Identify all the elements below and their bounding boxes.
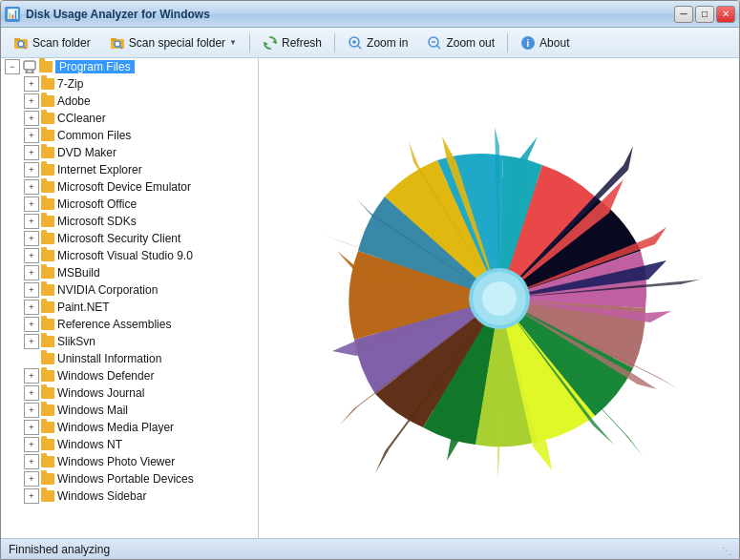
scan-special-icon (110, 35, 125, 51)
folder-icon (41, 95, 54, 107)
list-item[interactable]: + Microsoft Device Emulator (1, 178, 258, 196)
window-controls: ─ □ ✕ (674, 6, 735, 23)
list-item[interactable]: + Windows Mail (1, 402, 258, 419)
expand-btn[interactable]: + (24, 128, 39, 143)
status-bar: Finnished analyzing ⋱ (1, 538, 739, 559)
root-expand-btn[interactable]: − (5, 59, 20, 74)
expand-btn[interactable]: + (24, 93, 39, 109)
expand-btn[interactable]: + (24, 231, 39, 246)
title-bar: 📊 Disk Usage Analyzer for Windows ─ □ ✕ (1, 1, 739, 28)
expand-btn[interactable]: + (24, 179, 39, 195)
list-item[interactable]: + Windows NT (1, 436, 258, 453)
list-item[interactable]: + MSBuild (1, 264, 258, 281)
list-item[interactable]: + Windows Sidebar (1, 487, 258, 505)
expand-btn[interactable]: + (24, 197, 39, 212)
about-button[interactable]: i About (512, 31, 578, 54)
list-item[interactable]: + Microsoft Visual Studio 9.0 (1, 247, 258, 264)
minimize-button[interactable]: ─ (674, 6, 693, 23)
expand-btn[interactable]: + (24, 248, 39, 263)
list-item[interactable]: + Internet Explorer (1, 161, 258, 178)
expand-btn[interactable]: + (24, 282, 39, 298)
item-label: Paint.NET (57, 301, 110, 314)
expand-btn[interactable]: + (24, 162, 39, 177)
folder-icon (41, 422, 54, 433)
maximize-button[interactable]: □ (695, 6, 714, 23)
expand-btn[interactable]: + (24, 368, 39, 384)
toolbar: Scan folder Scan special folder ▼ (1, 28, 739, 58)
list-item[interactable]: + Windows Photo Viewer (1, 453, 258, 470)
svg-marker-8 (272, 40, 276, 44)
svg-point-26 (482, 281, 517, 316)
scan-special-button[interactable]: Scan special folder ▼ (101, 31, 245, 54)
expand-btn[interactable]: + (24, 214, 39, 229)
list-item[interactable]: + Windows Journal (1, 384, 258, 402)
list-item[interactable]: Uninstall Information (1, 350, 258, 367)
list-item[interactable]: + NVIDIA Corporation (1, 281, 258, 299)
expand-btn[interactable]: + (24, 317, 39, 332)
folder-icon (41, 130, 54, 141)
expand-btn[interactable]: + (24, 76, 39, 92)
refresh-button[interactable]: Refresh (254, 31, 330, 54)
list-item[interactable]: + Microsoft Security Client (1, 230, 258, 247)
item-label: Windows Journal (57, 386, 144, 400)
tree-root[interactable]: − Program Files (1, 58, 258, 75)
list-item[interactable]: + Microsoft Office (1, 196, 258, 213)
expand-btn[interactable]: + (24, 145, 39, 160)
expand-btn[interactable]: + (24, 420, 39, 435)
folder-icon (41, 198, 54, 210)
svg-point-2 (18, 41, 24, 47)
svg-text:i: i (527, 38, 530, 49)
list-item[interactable]: + Adobe (1, 93, 258, 110)
folder-icon (41, 267, 54, 279)
windows-media-player-label: Windows Media Player (57, 421, 174, 434)
chart-panel (259, 58, 739, 538)
tree-panel[interactable]: − Program Files + 7-Zip + Adobe + (1, 58, 259, 538)
item-label: Microsoft Device Emulator (57, 180, 191, 194)
zoom-out-button[interactable]: Zoom out (418, 31, 503, 54)
list-item[interactable]: + DVD Maker (1, 144, 258, 161)
item-label: Microsoft Visual Studio 9.0 (57, 249, 193, 262)
folder-icon (41, 404, 54, 416)
expand-btn[interactable]: + (24, 471, 39, 487)
expand-btn[interactable]: + (24, 265, 39, 280)
list-item[interactable]: + Common Files (1, 127, 258, 144)
expand-btn[interactable]: + (24, 437, 39, 452)
expand-btn[interactable]: + (24, 385, 39, 401)
list-item[interactable]: + Windows Media Player (1, 419, 258, 436)
folder-icon (41, 456, 54, 467)
item-label: Microsoft Security Client (57, 232, 180, 245)
list-item[interactable]: + CCleaner (1, 110, 258, 127)
expand-btn[interactable]: + (24, 454, 39, 469)
folder-icon (41, 113, 54, 124)
folder-icon (41, 301, 54, 313)
list-item[interactable]: + Reference Assemblies (1, 316, 258, 333)
svg-line-11 (358, 45, 362, 49)
folder-icon (41, 336, 54, 347)
item-label: Adobe (57, 94, 91, 108)
list-item[interactable]: + SlikSvn (1, 333, 258, 350)
list-item[interactable]: + Windows Portable Devices (1, 470, 258, 487)
zoom-in-button[interactable]: Zoom in (339, 31, 416, 54)
about-label: About (539, 36, 569, 50)
expand-btn[interactable]: + (24, 488, 39, 504)
folder-icon (41, 473, 54, 485)
resize-grip[interactable]: ⋱ (718, 543, 731, 556)
list-item[interactable]: + Paint.NET (1, 299, 258, 316)
svg-rect-1 (14, 38, 20, 41)
expand-btn[interactable]: + (24, 334, 39, 349)
list-item[interactable]: + 7-Zip (1, 75, 258, 93)
expand-btn[interactable]: + (24, 111, 39, 126)
list-item[interactable]: + Microsoft SDKs (1, 213, 258, 230)
item-label: Internet Explorer (57, 163, 142, 176)
sunburst-chart[interactable] (289, 74, 709, 523)
root-folder-icon (39, 61, 53, 73)
list-item[interactable]: + Windows Defender (1, 367, 258, 384)
expand-btn[interactable]: + (24, 300, 39, 315)
close-button[interactable]: ✕ (716, 6, 735, 23)
item-label: 7-Zip (57, 77, 83, 91)
zoom-in-label: Zoom in (367, 36, 408, 50)
item-label: DVD Maker (57, 146, 116, 159)
expand-btn[interactable]: + (24, 403, 39, 418)
svg-marker-9 (264, 42, 268, 46)
scan-folder-button[interactable]: Scan folder (5, 31, 99, 54)
